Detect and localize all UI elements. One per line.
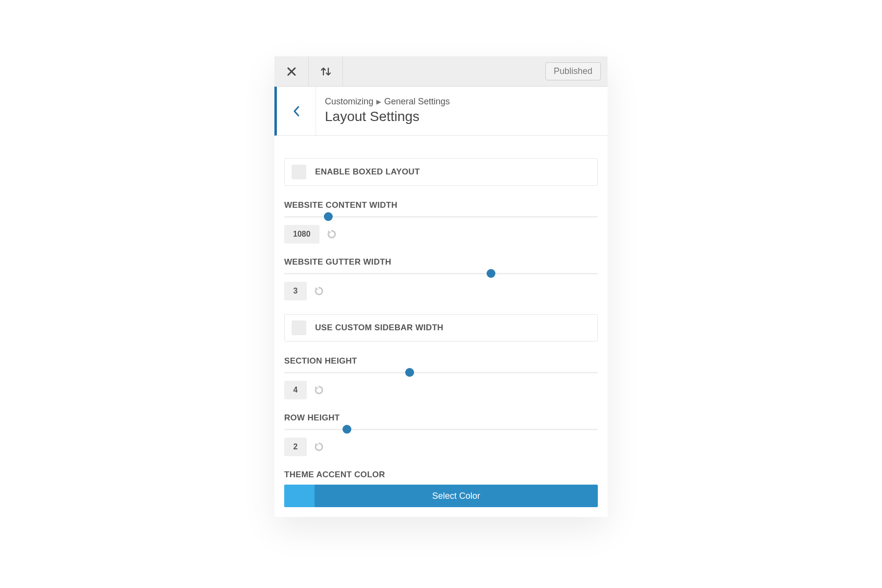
- select-color-label: Select Color: [315, 485, 598, 507]
- content-width-value[interactable]: 1080: [284, 225, 319, 244]
- custom-sidebar-label: USE CUSTOM SIDEBAR WIDTH: [315, 323, 443, 333]
- website-content-width-field: WEBSITE CONTENT WIDTH 1080: [284, 200, 598, 244]
- reset-icon[interactable]: [314, 441, 324, 452]
- breadcrumb: Customizing ▶ General Settings: [325, 97, 450, 107]
- back-button[interactable]: [277, 87, 316, 135]
- section-height-field: SECTION HEIGHT 4: [284, 356, 598, 399]
- gutter-width-value[interactable]: 3: [284, 282, 307, 300]
- reset-icon[interactable]: [314, 385, 324, 395]
- row-height-slider[interactable]: [284, 428, 598, 431]
- enable-boxed-checkbox[interactable]: [292, 165, 306, 179]
- slider-thumb[interactable]: [324, 212, 333, 221]
- toolbar: Published: [274, 56, 608, 87]
- close-button[interactable]: [274, 56, 309, 87]
- content-width-slider[interactable]: [284, 215, 598, 218]
- content-width-label: WEBSITE CONTENT WIDTH: [284, 200, 598, 210]
- use-custom-sidebar-width-row[interactable]: USE CUSTOM SIDEBAR WIDTH: [284, 314, 598, 342]
- breadcrumb-root: Customizing: [325, 97, 373, 107]
- slider-track: [284, 372, 598, 373]
- chevron-right-icon: ▶: [376, 98, 381, 105]
- sort-icon: [319, 66, 332, 77]
- row-height-value[interactable]: 2: [284, 438, 307, 456]
- enable-boxed-label: ENABLE BOXED LAYOUT: [315, 167, 420, 177]
- section-height-label: SECTION HEIGHT: [284, 356, 598, 366]
- website-gutter-width-field: WEBSITE GUTTER WIDTH 3: [284, 257, 598, 300]
- page-title: Layout Settings: [325, 109, 450, 124]
- gutter-width-slider[interactable]: [284, 272, 598, 275]
- chevron-left-icon: [293, 105, 300, 117]
- row-height-label: ROW HEIGHT: [284, 413, 598, 423]
- section-height-value[interactable]: 4: [284, 381, 307, 399]
- breadcrumb-section: General Settings: [384, 97, 450, 107]
- slider-track: [284, 273, 598, 274]
- theme-accent-color-field: THEME ACCENT COLOR Select Color: [284, 470, 598, 507]
- slider-thumb[interactable]: [343, 425, 351, 434]
- slider-thumb[interactable]: [487, 269, 495, 278]
- reset-icon[interactable]: [326, 229, 337, 240]
- customizer-panel: Published Customizing ▶ General Settings…: [274, 56, 608, 517]
- reorder-button[interactable]: [309, 56, 343, 87]
- custom-sidebar-checkbox[interactable]: [292, 320, 306, 335]
- enable-boxed-layout-row[interactable]: ENABLE BOXED LAYOUT: [284, 158, 598, 186]
- section-header: Customizing ▶ General Settings Layout Se…: [274, 87, 608, 136]
- slider-thumb[interactable]: [405, 368, 414, 377]
- row-height-field: ROW HEIGHT 2: [284, 413, 598, 456]
- color-swatch: [284, 485, 315, 507]
- section-height-slider[interactable]: [284, 371, 598, 374]
- gutter-width-label: WEBSITE GUTTER WIDTH: [284, 257, 598, 267]
- select-color-button[interactable]: Select Color: [284, 485, 598, 507]
- slider-track: [284, 429, 598, 430]
- close-icon: [287, 67, 296, 76]
- settings-body: ENABLE BOXED LAYOUT WEBSITE CONTENT WIDT…: [274, 136, 608, 517]
- publish-status[interactable]: Published: [545, 62, 601, 80]
- accent-color-label: THEME ACCENT COLOR: [284, 470, 598, 480]
- reset-icon[interactable]: [314, 286, 324, 296]
